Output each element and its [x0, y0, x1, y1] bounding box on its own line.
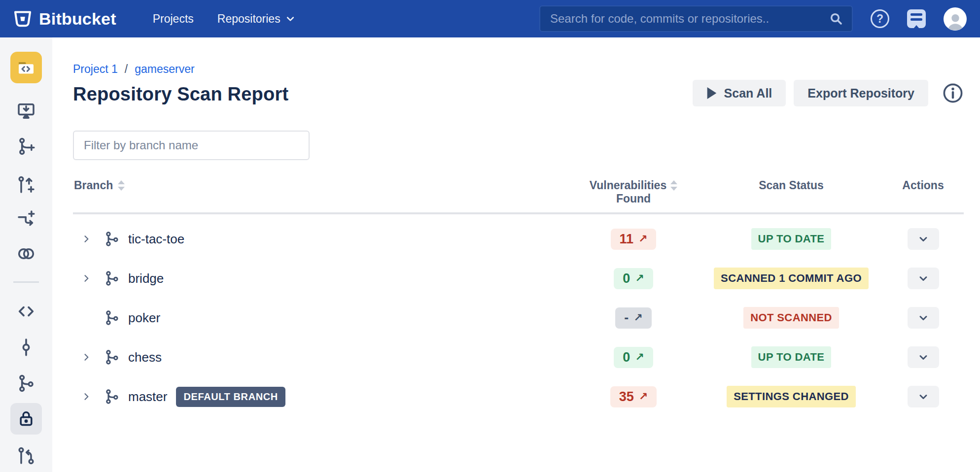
branch-name[interactable]: master: [128, 389, 167, 405]
top-navbar: Bitbucket Projects Repositories ?: [0, 0, 980, 37]
main-content: Project 1 / gameserver Repository Scan R…: [52, 37, 980, 472]
branch-icon: [104, 231, 120, 247]
column-header-scan-status: Scan Status: [700, 179, 882, 192]
sort-icon[interactable]: [670, 180, 677, 191]
expand-chevron-icon[interactable]: [80, 273, 93, 283]
sidebar-item-branches[interactable]: [16, 373, 36, 393]
breadcrumb-separator: /: [125, 63, 128, 76]
branch-name[interactable]: tic-tac-toe: [128, 232, 184, 247]
row-actions-button[interactable]: [908, 228, 939, 250]
vulnerabilities-cell: 35 ↗: [567, 386, 700, 407]
scan-all-label: Scan All: [724, 86, 772, 101]
scan-status-cell: SETTINGS CHANGED: [700, 386, 882, 407]
vulnerabilities-cell: 0 ↗: [567, 347, 700, 368]
compare-icon: [16, 244, 36, 264]
bitbucket-logo[interactable]: Bitbucket: [13, 9, 116, 29]
column-header-vulnerabilities[interactable]: Vulnerabilities Found: [567, 179, 700, 205]
status-badge: SCANNED 1 COMMIT AGO: [714, 268, 869, 289]
sidebar-item-source[interactable]: [16, 302, 36, 321]
scan-status-cell: SCANNED 1 COMMIT AGO: [700, 268, 882, 289]
trend-arrow-icon: ↗: [639, 390, 648, 403]
user-menu[interactable]: [944, 7, 967, 31]
branch-filter-input[interactable]: [73, 131, 310, 160]
row-actions-button[interactable]: [908, 268, 939, 289]
help-icon: ?: [871, 9, 889, 28]
vulnerability-count-badge[interactable]: 0 ↗: [614, 347, 653, 368]
actions-cell: [882, 228, 964, 250]
create-branch-icon: [16, 136, 36, 156]
lock-icon: [16, 409, 36, 429]
sidebar-item-create-pull-request[interactable]: [16, 175, 36, 195]
row-actions-button[interactable]: [908, 307, 939, 329]
row-actions-button[interactable]: [908, 386, 939, 407]
breadcrumb-repository-link[interactable]: gameserver: [135, 63, 194, 76]
nav-repositories[interactable]: Repositories: [206, 12, 307, 26]
status-badge: UP TO DATE: [751, 228, 832, 250]
actions-cell: [882, 268, 964, 289]
expand-chevron-icon[interactable]: [80, 234, 93, 244]
feedback-icon: [907, 9, 926, 28]
sort-icon[interactable]: [118, 180, 125, 191]
scan-report-table: Branch Vulnerabilities Found Scan Status…: [73, 179, 964, 416]
branch-cell: poker: [73, 309, 567, 326]
chevron-down-icon: [285, 14, 295, 24]
actions-cell: [882, 307, 964, 329]
sidebar-item-pull-requests[interactable]: [16, 446, 36, 466]
left-sidebar: [0, 37, 52, 472]
table-row: tic-tac-toe 11 ↗ UP TO DATE: [73, 219, 964, 259]
search-input[interactable]: [550, 12, 828, 26]
branch-icon: [104, 388, 120, 405]
info-icon[interactable]: [942, 82, 964, 104]
expand-chevron-icon[interactable]: [80, 352, 93, 362]
fork-icon: [16, 209, 36, 229]
vulnerability-count-badge[interactable]: - ↗: [615, 307, 651, 329]
scan-all-button[interactable]: Scan All: [693, 80, 786, 106]
branch-name[interactable]: poker: [128, 310, 160, 326]
search-icon[interactable]: [828, 11, 844, 27]
branch-cell: bridge: [73, 270, 567, 287]
vulnerability-count: 35: [619, 389, 634, 405]
actions-cell: [882, 386, 964, 407]
vulnerability-count-badge[interactable]: 35 ↗: [610, 386, 657, 407]
sidebar-item-security-scan[interactable]: [10, 403, 42, 435]
vulnerabilities-cell: 11 ↗: [567, 229, 700, 250]
clone-icon: [16, 101, 36, 121]
sidebar-item-repository[interactable]: [10, 52, 42, 83]
expand-chevron-icon[interactable]: [80, 392, 93, 402]
commit-icon: [16, 337, 36, 357]
branch-name[interactable]: bridge: [128, 271, 164, 286]
brand-name: Bitbucket: [39, 9, 116, 29]
global-search[interactable]: [539, 5, 853, 32]
table-body: tic-tac-toe 11 ↗ UP TO DATE: [73, 214, 964, 416]
trend-arrow-icon: ↗: [638, 233, 647, 245]
row-actions-button[interactable]: [908, 346, 939, 368]
status-badge: NOT SCANNED: [743, 307, 839, 329]
code-folder-icon: [16, 58, 36, 77]
status-badge: SETTINGS CHANGED: [727, 386, 856, 407]
create-pull-request-icon: [16, 175, 36, 195]
export-repository-button[interactable]: Export Repository: [794, 80, 928, 106]
help-button[interactable]: ?: [871, 9, 889, 28]
sidebar-item-commits[interactable]: [16, 337, 36, 357]
export-repository-label: Export Repository: [807, 86, 914, 101]
feedback-button[interactable]: [907, 9, 926, 28]
column-header-branch[interactable]: Branch: [73, 179, 567, 192]
breadcrumb: Project 1 / gameserver: [73, 63, 964, 76]
vulnerability-count-badge[interactable]: 0 ↗: [614, 268, 653, 289]
sidebar-item-compare[interactable]: [16, 244, 36, 264]
vulnerabilities-cell: 0 ↗: [567, 268, 700, 289]
breadcrumb-project-link[interactable]: Project 1: [73, 63, 118, 76]
sidebar-item-create-branch[interactable]: [16, 136, 36, 156]
branch-cell: chess: [73, 349, 567, 366]
vulnerabilities-header-line1: Vulnerabilities: [590, 179, 666, 192]
scan-status-cell: NOT SCANNED: [700, 307, 882, 329]
sidebar-item-clone[interactable]: [16, 101, 36, 121]
nav-repositories-label: Repositories: [217, 12, 280, 26]
status-badge: UP TO DATE: [751, 346, 832, 368]
vulnerability-count-badge[interactable]: 11 ↗: [611, 229, 657, 250]
sidebar-item-fork[interactable]: [16, 209, 36, 229]
trend-arrow-icon: ↗: [635, 272, 644, 285]
nav-projects[interactable]: Projects: [141, 12, 206, 26]
branch-cell: master DEFAULT BRANCH: [73, 387, 567, 407]
branch-name[interactable]: chess: [128, 350, 162, 365]
